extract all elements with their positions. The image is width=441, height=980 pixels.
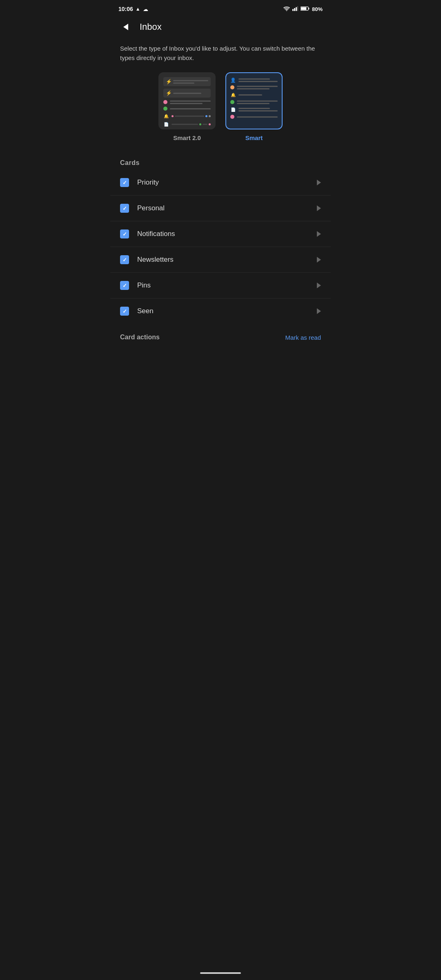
card-label-seen: Seen bbox=[137, 307, 309, 315]
svg-rect-6 bbox=[308, 7, 309, 9]
status-bar: 10:06 ▲ ☁ bbox=[110, 0, 331, 16]
check-icon-newsletters: ✓ bbox=[122, 257, 127, 263]
back-icon bbox=[123, 24, 128, 30]
inbox-option-smart20[interactable]: ⚡ ⚡ bbox=[158, 72, 216, 141]
page-description: Select the type of Inbox you'd like to a… bbox=[110, 41, 331, 72]
svg-rect-3 bbox=[296, 7, 297, 11]
card-actions-heading: Card actions bbox=[120, 334, 160, 341]
checkbox-seen[interactable]: ✓ bbox=[120, 307, 129, 316]
inbox-card-smart20[interactable]: ⚡ ⚡ bbox=[158, 72, 216, 129]
battery-pct: 80% bbox=[312, 6, 323, 12]
check-icon-personal: ✓ bbox=[122, 205, 127, 212]
cards-list: ✓ Priority ✓ Personal ✓ Notifications ✓ … bbox=[110, 170, 331, 324]
checkbox-pins[interactable]: ✓ bbox=[120, 281, 129, 290]
notification-icon: ▲ bbox=[136, 6, 140, 12]
chevron-right-newsletters bbox=[317, 257, 321, 263]
inbox-label-smart: Smart bbox=[245, 134, 263, 141]
status-right: 80% bbox=[283, 6, 323, 12]
check-icon-seen: ✓ bbox=[122, 308, 127, 314]
check-icon-notifications: ✓ bbox=[122, 231, 127, 237]
checkbox-personal[interactable]: ✓ bbox=[120, 204, 129, 213]
card-label-newsletters: Newsletters bbox=[137, 256, 309, 264]
inbox-type-selector: ⚡ ⚡ bbox=[110, 72, 331, 154]
inbox-option-smart[interactable]: 👤 🔔 bbox=[225, 72, 283, 141]
signal-icon bbox=[292, 6, 298, 12]
back-button[interactable] bbox=[118, 20, 133, 34]
doc-icon-mini-2: 📄 bbox=[230, 107, 236, 112]
checkbox-notifications[interactable]: ✓ bbox=[120, 229, 129, 238]
svg-rect-7 bbox=[301, 7, 306, 10]
status-left: 10:06 ▲ ☁ bbox=[118, 6, 148, 12]
flash-icon-2: ⚡ bbox=[166, 90, 172, 96]
inbox-label-smart20: Smart 2.0 bbox=[173, 134, 201, 141]
check-icon-priority: ✓ bbox=[122, 180, 127, 186]
card-label-pins: Pins bbox=[137, 281, 309, 290]
chevron-right-priority bbox=[317, 180, 321, 185]
check-icon-pins: ✓ bbox=[122, 283, 127, 289]
doc-icon-mini-1: 📄 bbox=[163, 121, 169, 127]
svg-point-0 bbox=[286, 10, 287, 11]
card-item-priority[interactable]: ✓ Priority bbox=[110, 170, 331, 196]
svg-rect-1 bbox=[292, 9, 294, 11]
cloud-icon: ☁ bbox=[143, 6, 148, 12]
svg-rect-4 bbox=[297, 6, 298, 11]
cards-section-heading: Cards bbox=[110, 154, 331, 170]
person-icon-mini: 👤 bbox=[230, 77, 236, 83]
chevron-right-personal bbox=[317, 205, 321, 211]
header: Inbox bbox=[110, 16, 331, 41]
chevron-right-seen bbox=[317, 308, 321, 314]
flash-icon-1: ⚡ bbox=[166, 79, 172, 85]
card-label-priority: Priority bbox=[137, 178, 309, 187]
mark-as-read-button[interactable]: Mark as read bbox=[285, 334, 321, 341]
card-label-notifications: Notifications bbox=[137, 230, 309, 238]
chevron-right-pins bbox=[317, 283, 321, 288]
card-item-notifications[interactable]: ✓ Notifications bbox=[110, 221, 331, 247]
chevron-right-notifications bbox=[317, 231, 321, 237]
bell-icon-mini-2: 🔔 bbox=[230, 92, 236, 98]
card-label-personal: Personal bbox=[137, 204, 309, 212]
battery-icon bbox=[301, 6, 310, 12]
wifi-icon bbox=[283, 6, 290, 12]
svg-rect-2 bbox=[294, 8, 295, 11]
card-item-personal[interactable]: ✓ Personal bbox=[110, 196, 331, 221]
page-title: Inbox bbox=[140, 22, 162, 32]
status-time: 10:06 bbox=[118, 6, 133, 12]
card-item-newsletters[interactable]: ✓ Newsletters bbox=[110, 247, 331, 273]
checkbox-priority[interactable]: ✓ bbox=[120, 178, 129, 187]
card-item-pins[interactable]: ✓ Pins bbox=[110, 273, 331, 298]
card-actions-section: Card actions Mark as read bbox=[110, 324, 331, 346]
checkbox-newsletters[interactable]: ✓ bbox=[120, 255, 129, 264]
bell-icon-mini-1: 🔔 bbox=[163, 113, 169, 119]
card-item-seen[interactable]: ✓ Seen bbox=[110, 298, 331, 324]
inbox-card-smart[interactable]: 👤 🔔 bbox=[225, 72, 283, 129]
